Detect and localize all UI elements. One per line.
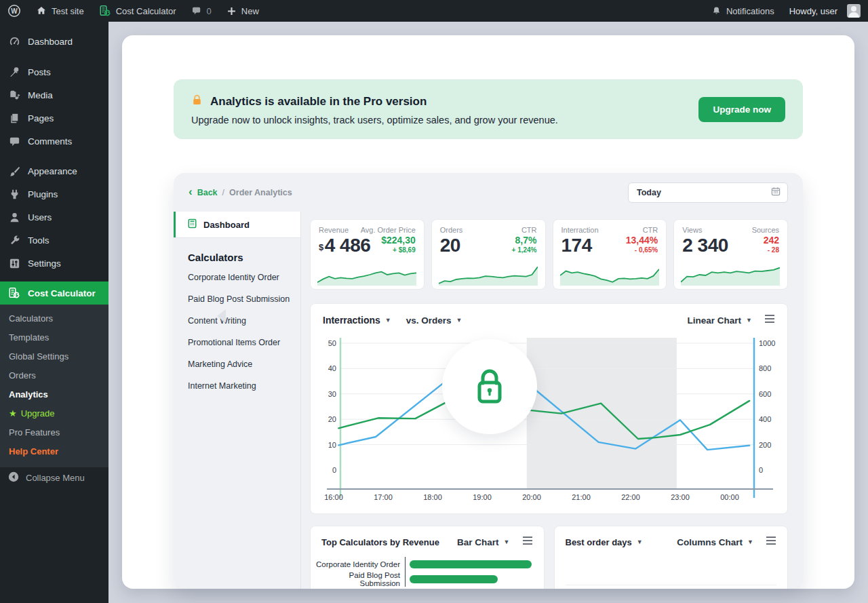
svg-text:40: 40 [328, 364, 336, 372]
svg-text:0: 0 [759, 466, 763, 474]
sidebar-item-media[interactable]: Media [0, 83, 108, 106]
preview-nav-item[interactable]: Internet Marketing [174, 375, 300, 397]
submenu-item-orders[interactable]: Orders [0, 366, 108, 385]
bar-chart-card: Top Calculators by Revenue Bar Chart ▼ C… [310, 526, 545, 589]
preview-nav-item[interactable]: Marketing Advice [174, 353, 300, 375]
sidebar-item-comments[interactable]: Comments [0, 130, 108, 153]
comment-icon [191, 5, 202, 16]
sidebar-item-appearance[interactable]: Appearance [0, 159, 108, 182]
chevron-down-icon: ▼ [456, 317, 462, 324]
sparkline-chart [681, 264, 780, 286]
cost-calculator-menu[interactable]: Cost Calculator [92, 0, 184, 22]
date-range-value: Today [637, 188, 661, 197]
svg-text:0: 0 [332, 466, 336, 474]
svg-text:20: 20 [328, 415, 336, 423]
date-range-select[interactable]: Today [628, 182, 788, 203]
notifications-label: Notifications [726, 6, 774, 16]
star-icon: ★ [9, 408, 17, 419]
notifications-menu[interactable]: Notifications [704, 0, 782, 22]
comments-menu[interactable]: 0 [184, 0, 219, 22]
bar [410, 575, 498, 583]
chart-menu-icon[interactable] [522, 536, 533, 548]
submenu-item-upgrade[interactable]: ★Upgrade [0, 404, 108, 423]
submenu-item-global-settings[interactable]: Global Settings [0, 347, 108, 366]
wordpress-logo-icon[interactable]: W [0, 0, 28, 22]
banner-title: Analytics is available in the Pro versio… [210, 95, 427, 109]
breadcrumb: ‹ Back / Order Analytics [189, 188, 292, 197]
back-link[interactable]: Back [197, 188, 218, 197]
svg-text:19:00: 19:00 [473, 493, 492, 501]
sidebar-item-posts[interactable]: Posts [0, 60, 108, 83]
sidebar-item-dashboard[interactable]: Dashboard [0, 30, 108, 53]
submenu-item-pro-features[interactable]: Pro Features [0, 423, 108, 442]
sparkline-chart [317, 264, 416, 286]
preview-nav-item[interactable]: Content Writing [174, 310, 300, 332]
howdy-label: Howdy, user [789, 6, 837, 16]
chart-menu-icon[interactable] [764, 314, 775, 326]
preview-nav-item[interactable]: Paid Blog Post Submission [174, 288, 300, 310]
bar-label: Corporate Identity Order [311, 560, 405, 568]
sidebar-item-label: Dashboard [28, 37, 73, 47]
new-menu[interactable]: New [219, 0, 267, 22]
collapse-icon [7, 471, 20, 485]
svg-text:400: 400 [759, 415, 771, 423]
sidebar-item-label: Settings [28, 258, 61, 269]
columns-chart-title-dropdown[interactable]: Best order days ▼ [566, 537, 643, 547]
sidebar-item-label: Tools [28, 235, 50, 246]
plus-icon [226, 6, 237, 16]
calculator-icon [7, 287, 21, 299]
svg-text:22:00: 22:00 [621, 493, 640, 501]
calculator-icon [99, 5, 111, 17]
account-menu[interactable]: Howdy, user [782, 0, 868, 22]
analytics-preview-panel: ‹ Back / Order Analytics Today Dashboard [174, 173, 803, 589]
preview-nav-dashboard[interactable]: Dashboard [174, 212, 300, 237]
submenu-item-help-center[interactable]: Help Center [0, 442, 108, 461]
svg-text:18:00: 18:00 [423, 493, 442, 501]
upgrade-now-button[interactable]: Upgrade now [698, 97, 785, 122]
columns-chart-type-dropdown[interactable]: Columns Chart ▼ [677, 537, 753, 547]
metric-a-dropdown[interactable]: Interractions ▼ [323, 315, 391, 326]
sidebar-item-label: Comments [28, 136, 72, 147]
bar-chart-type-dropdown[interactable]: Bar Chart ▼ [457, 537, 509, 547]
svg-text:200: 200 [759, 441, 771, 449]
site-name-menu[interactable]: Test site [28, 0, 92, 22]
pro-upsell-banner: Analytics is available in the Pro versio… [174, 79, 803, 139]
calculator-icon [187, 218, 197, 231]
submenu-item-analytics[interactable]: Analytics [0, 385, 108, 404]
analytics-page-card: Analytics is available in the Pro versio… [122, 35, 854, 589]
sidebar-item-label: Plugins [28, 189, 58, 199]
user-icon [7, 211, 21, 224]
svg-text:600: 600 [759, 390, 771, 398]
sidebar-item-label: Media [28, 90, 53, 100]
metric-b-dropdown[interactable]: vs. Orders ▼ [406, 315, 462, 326]
preview-nav-item[interactable]: Corporate Identity Order [174, 267, 300, 288]
sliders-icon [7, 257, 21, 270]
sidebar-item-tools[interactable]: Tools [0, 229, 108, 252]
admin-bar: W Test site Cost Calculator 0 New No [0, 0, 868, 22]
preview-nav-item[interactable]: Promotional Items Order [174, 332, 300, 353]
sidebar-item-users[interactable]: Users [0, 206, 108, 229]
sidebar-item-cost-calculator[interactable]: Cost Calculator [0, 281, 108, 305]
svg-text:W: W [11, 7, 18, 15]
collapse-menu-button[interactable]: Collapse Menu [0, 467, 108, 488]
admin-sidebar: Dashboard Posts Media Pages Comments App… [0, 22, 108, 603]
line-chart: 010203040500200400600800100016:0017:0018… [311, 335, 789, 515]
bar [410, 560, 532, 568]
submenu-item-calculators[interactable]: Calculators [0, 309, 108, 328]
banner-description: Upgrade now to unlock insights, track us… [191, 115, 558, 125]
stat-card-orders: OrdersCTR 20 8,7%+ 1,24% [431, 219, 546, 290]
chart-type-dropdown[interactable]: Linear Chart ▼ [688, 315, 752, 326]
sidebar-item-plugins[interactable]: Plugins [0, 182, 108, 206]
sidebar-item-pages[interactable]: Pages [0, 106, 108, 130]
bar-chart-title: Top Calculators by Revenue [321, 537, 439, 547]
svg-text:00:00: 00:00 [720, 493, 739, 501]
stat-card-interraction: InterractionCTR 174 13,44%- 0,65% [553, 219, 667, 290]
chevron-down-icon: ▼ [746, 317, 752, 324]
sidebar-item-settings[interactable]: Settings [0, 252, 108, 275]
new-label: New [241, 6, 259, 16]
locked-chart-overlay [442, 339, 537, 434]
submenu-item-templates[interactable]: Templates [0, 328, 108, 347]
chevron-down-icon: ▼ [747, 539, 753, 545]
chart-menu-icon[interactable] [766, 536, 776, 548]
cost-calculator-submenu: Calculators Templates Global Settings Or… [0, 305, 108, 467]
